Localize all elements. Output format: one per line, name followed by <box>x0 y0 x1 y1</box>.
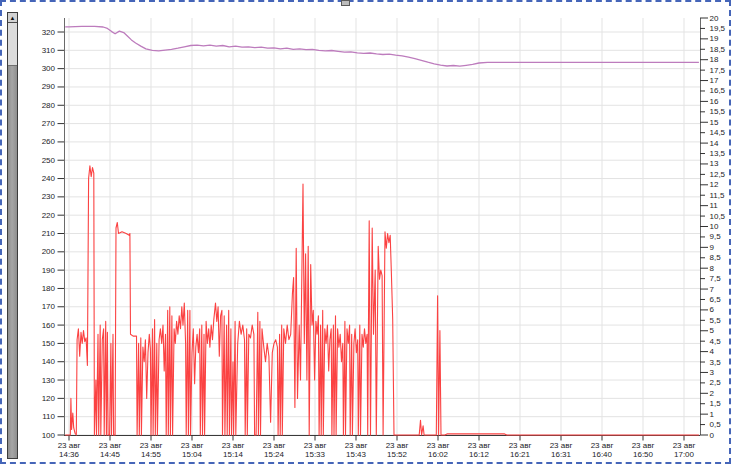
svg-text:260: 260 <box>42 137 56 146</box>
svg-text:120: 120 <box>42 394 56 403</box>
svg-text:23 авг: 23 авг <box>58 441 81 450</box>
svg-text:170: 170 <box>42 302 56 311</box>
svg-text:23 авг: 23 авг <box>304 441 327 450</box>
svg-text:16: 16 <box>710 97 719 106</box>
svg-text:7: 7 <box>710 285 715 294</box>
plot-area[interactable] <box>64 18 700 435</box>
svg-text:1,5: 1,5 <box>710 399 722 408</box>
svg-text:11,5: 11,5 <box>710 191 726 200</box>
svg-text:23 авг: 23 авг <box>263 441 286 450</box>
svg-text:16:40: 16:40 <box>592 450 613 459</box>
svg-text:10: 10 <box>710 222 719 231</box>
svg-text:200: 200 <box>42 247 56 256</box>
svg-text:14,5: 14,5 <box>710 128 726 137</box>
svg-text:310: 310 <box>42 46 56 55</box>
svg-text:5,5: 5,5 <box>710 316 722 325</box>
svg-text:17:00: 17:00 <box>674 450 695 459</box>
svg-text:4: 4 <box>710 347 715 356</box>
svg-text:13: 13 <box>710 159 719 168</box>
svg-text:280: 280 <box>42 101 56 110</box>
svg-text:6,5: 6,5 <box>710 295 722 304</box>
svg-text:11: 11 <box>710 201 719 210</box>
svg-text:3,5: 3,5 <box>710 358 722 367</box>
svg-text:23 авг: 23 авг <box>468 441 491 450</box>
svg-text:250: 250 <box>42 156 56 165</box>
chart-canvas[interactable]: 3203103002902802702602502402302202102001… <box>0 0 732 465</box>
svg-text:23 авг: 23 авг <box>550 441 573 450</box>
svg-text:160: 160 <box>42 321 56 330</box>
svg-text:16:12: 16:12 <box>469 450 490 459</box>
svg-text:16:31: 16:31 <box>551 450 572 459</box>
svg-text:14:36: 14:36 <box>59 450 80 459</box>
svg-text:15:52: 15:52 <box>387 450 408 459</box>
svg-text:23 авг: 23 авг <box>99 441 122 450</box>
svg-text:16:21: 16:21 <box>510 450 531 459</box>
svg-text:12: 12 <box>710 180 719 189</box>
svg-text:100: 100 <box>42 431 56 440</box>
svg-text:4,5: 4,5 <box>710 337 722 346</box>
svg-text:2,5: 2,5 <box>710 378 722 387</box>
svg-text:0,5: 0,5 <box>710 420 722 429</box>
svg-text:0: 0 <box>710 431 715 440</box>
svg-text:10,5: 10,5 <box>710 212 726 221</box>
svg-text:210: 210 <box>42 229 56 238</box>
svg-text:3: 3 <box>710 368 715 377</box>
svg-text:9: 9 <box>710 243 715 252</box>
svg-text:16:02: 16:02 <box>428 450 449 459</box>
up-arrow-icon: ▲ <box>10 15 16 21</box>
svg-text:19,5: 19,5 <box>710 24 726 33</box>
svg-text:110: 110 <box>42 412 55 421</box>
svg-text:15:24: 15:24 <box>264 450 285 459</box>
scrollbar-thumb[interactable] <box>8 23 17 66</box>
svg-text:23 авг: 23 авг <box>591 441 614 450</box>
resize-handle-top-center[interactable] <box>341 0 350 6</box>
svg-text:15:14: 15:14 <box>223 450 244 459</box>
svg-text:320: 320 <box>42 28 56 37</box>
svg-text:15:43: 15:43 <box>346 450 367 459</box>
svg-text:19: 19 <box>710 34 719 43</box>
svg-text:140: 140 <box>42 357 56 366</box>
svg-text:23 авг: 23 авг <box>509 441 532 450</box>
svg-text:180: 180 <box>42 284 56 293</box>
svg-text:23 авг: 23 авг <box>632 441 655 450</box>
svg-text:18,5: 18,5 <box>710 45 726 54</box>
svg-text:14: 14 <box>710 139 719 148</box>
left-axis-labels: 3203103002902802702602502402302202102001… <box>42 28 64 440</box>
svg-text:17: 17 <box>710 76 719 85</box>
svg-text:5: 5 <box>710 326 715 335</box>
svg-text:20: 20 <box>710 14 719 23</box>
right-axis-labels: 2019,51918,51817,51716,51615,51514,51413… <box>700 14 726 440</box>
svg-text:8: 8 <box>710 264 715 273</box>
svg-text:23 авг: 23 авг <box>222 441 245 450</box>
scrollbar-track[interactable] <box>8 66 17 458</box>
svg-text:15: 15 <box>710 118 719 127</box>
svg-text:190: 190 <box>42 266 56 275</box>
svg-text:300: 300 <box>42 64 56 73</box>
svg-text:17,5: 17,5 <box>710 66 726 75</box>
svg-text:12,5: 12,5 <box>710 170 726 179</box>
svg-text:150: 150 <box>42 339 56 348</box>
chart-window: ▲ 32031030029028027026025024023022021020… <box>0 0 732 465</box>
svg-text:9,5: 9,5 <box>710 232 722 241</box>
svg-text:130: 130 <box>42 376 56 385</box>
svg-text:15:04: 15:04 <box>182 450 203 459</box>
svg-text:230: 230 <box>42 192 56 201</box>
svg-text:1: 1 <box>710 410 715 419</box>
svg-text:220: 220 <box>42 211 56 220</box>
svg-text:7,5: 7,5 <box>710 274 722 283</box>
svg-text:16,5: 16,5 <box>710 86 726 95</box>
svg-text:15:33: 15:33 <box>305 450 326 459</box>
svg-text:270: 270 <box>42 119 56 128</box>
svg-text:23 авг: 23 авг <box>140 441 163 450</box>
svg-text:14:45: 14:45 <box>100 450 121 459</box>
svg-text:23 авг: 23 авг <box>345 441 368 450</box>
svg-text:2: 2 <box>710 389 715 398</box>
scroll-up-button[interactable]: ▲ <box>8 13 17 23</box>
svg-text:16:50: 16:50 <box>633 450 654 459</box>
svg-text:290: 290 <box>42 82 56 91</box>
svg-text:23 авг: 23 авг <box>673 441 696 450</box>
svg-text:14:55: 14:55 <box>141 450 162 459</box>
svg-text:240: 240 <box>42 174 56 183</box>
vertical-scrollbar[interactable]: ▲ <box>7 12 18 459</box>
svg-text:6: 6 <box>710 305 715 314</box>
